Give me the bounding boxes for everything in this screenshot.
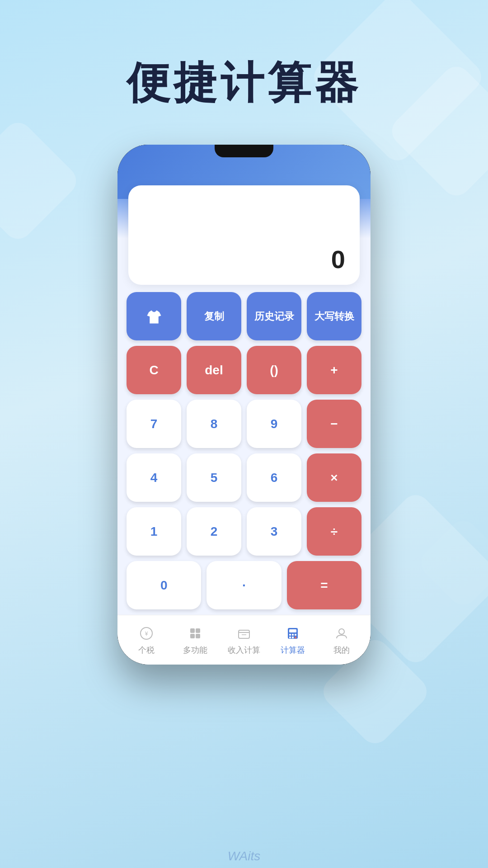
svg-rect-3	[196, 628, 200, 633]
button-9[interactable]: 9	[247, 400, 301, 448]
dot-button[interactable]: ·	[206, 561, 281, 609]
button-6[interactable]: 6	[247, 453, 301, 502]
nav-label-mine: 我的	[333, 645, 350, 656]
button-4[interactable]: 4	[127, 453, 181, 502]
svg-rect-10	[289, 629, 296, 632]
svg-rect-4	[190, 634, 195, 638]
page-title: 便捷计算器	[0, 54, 488, 113]
button-row-6: 0 · =	[127, 561, 361, 609]
button-2[interactable]: 2	[187, 507, 241, 556]
button-row-2: C del () +	[127, 346, 361, 394]
nav-label-calc: 计算器	[281, 645, 305, 656]
button-3[interactable]: 3	[247, 507, 301, 556]
income-icon	[235, 625, 253, 642]
phone-screen: 0 复制 历史记录 大写转换	[117, 145, 371, 665]
svg-rect-2	[190, 628, 195, 633]
svg-rect-13	[295, 634, 296, 636]
copy-button[interactable]: 复制	[187, 292, 241, 340]
watermark: WAits	[228, 849, 261, 863]
svg-rect-5	[196, 634, 200, 638]
display-value: 0	[331, 245, 345, 274]
calc-buttons: 复制 历史记录 大写转换 C del ()	[117, 285, 371, 615]
nav-item-multi[interactable]: 多功能	[171, 625, 220, 656]
minus-button[interactable]: −	[307, 400, 361, 448]
svg-rect-11	[289, 634, 291, 636]
svg-rect-16	[295, 637, 296, 638]
svg-rect-6	[239, 630, 249, 638]
divide-button[interactable]: ÷	[307, 507, 361, 556]
calc-icon	[284, 625, 301, 642]
button-row-4: 4 5 6 ×	[127, 453, 361, 502]
bottom-nav: ¥ 个税 多功能	[117, 615, 371, 665]
history-button[interactable]: 历史记录	[247, 292, 301, 340]
tax-icon: ¥	[138, 625, 155, 642]
nav-label-income: 收入计算	[228, 645, 260, 656]
nav-item-calc[interactable]: 计算器	[268, 625, 317, 656]
svg-rect-12	[292, 634, 294, 636]
multi-icon	[187, 625, 204, 642]
button-7[interactable]: 7	[127, 400, 181, 448]
nav-item-income[interactable]: 收入计算	[220, 625, 268, 656]
clear-button[interactable]: C	[127, 346, 181, 394]
nav-item-tax[interactable]: ¥ 个税	[122, 625, 171, 656]
nav-label-tax: 个税	[138, 645, 155, 656]
nav-label-multi: 多功能	[183, 645, 207, 656]
svg-text:¥: ¥	[145, 631, 148, 637]
uppercase-button[interactable]: 大写转换	[307, 292, 361, 340]
button-5[interactable]: 5	[187, 453, 241, 502]
button-row-5: 1 2 3 ÷	[127, 507, 361, 556]
button-0[interactable]: 0	[127, 561, 201, 609]
button-row-1: 复制 历史记录 大写转换	[127, 292, 361, 340]
shirt-icon	[145, 308, 163, 325]
button-1[interactable]: 1	[127, 507, 181, 556]
plus-button[interactable]: +	[307, 346, 361, 394]
svg-rect-14	[289, 637, 291, 638]
button-row-3: 7 8 9 −	[127, 400, 361, 448]
user-icon	[333, 625, 350, 642]
button-8[interactable]: 8	[187, 400, 241, 448]
shirt-button[interactable]	[127, 292, 181, 340]
svg-rect-15	[292, 637, 294, 638]
phone-frame: 0 复制 历史记录 大写转换	[117, 145, 371, 665]
delete-button[interactable]: del	[187, 346, 241, 394]
svg-point-17	[339, 629, 344, 634]
bg-diamond-5	[0, 117, 82, 245]
nav-item-mine[interactable]: 我的	[317, 625, 366, 656]
calc-display: 0	[128, 185, 360, 285]
phone-notch	[215, 145, 273, 157]
equals-button[interactable]: =	[287, 561, 361, 609]
bracket-button[interactable]: ()	[247, 346, 301, 394]
multiply-button[interactable]: ×	[307, 453, 361, 502]
